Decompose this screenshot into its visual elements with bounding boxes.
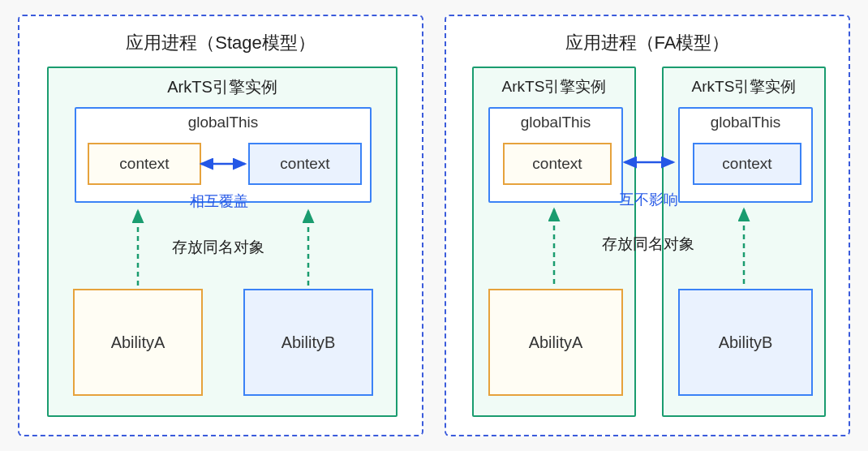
stage-globalthis: globalThis context context — [75, 107, 372, 203]
stage-context-b: context — [248, 143, 362, 185]
fa-engine-a-title: ArkTS引擎实例 — [474, 76, 634, 97]
stage-model-panel: 应用进程（Stage模型） ArkTS引擎实例 globalThis conte… — [18, 15, 423, 436]
fa-note: 存放同名对象 — [602, 234, 694, 255]
stage-engine-title: ArkTS引擎实例 — [49, 76, 396, 98]
fa-ability-b: AbilityB — [678, 289, 813, 396]
stage-ability-b: AbilityB — [243, 289, 373, 396]
fa-context-a: context — [503, 143, 612, 185]
fa-engine-b-title: ArkTS引擎实例 — [664, 76, 824, 97]
stage-engine: ArkTS引擎实例 globalThis context context 相互覆… — [47, 67, 397, 417]
fa-arrow-label: 互不影响 — [620, 190, 678, 209]
fa-globalthis-a: globalThis context — [488, 107, 623, 203]
stage-global-title: globalThis — [76, 114, 370, 131]
stage-title: 应用进程（Stage模型） — [19, 31, 422, 55]
stage-ability-a: AbilityA — [73, 289, 203, 396]
stage-arrow-label: 相互覆盖 — [190, 191, 248, 211]
fa-global-a-title: globalThis — [490, 114, 621, 131]
fa-ability-a: AbilityA — [488, 289, 623, 396]
stage-note: 存放同名对象 — [172, 237, 264, 258]
stage-context-a: context — [88, 143, 201, 185]
fa-globalthis-b: globalThis context — [678, 107, 813, 203]
fa-title: 应用进程（FA模型） — [446, 31, 849, 55]
fa-global-b-title: globalThis — [680, 114, 811, 131]
fa-model-panel: 应用进程（FA模型） ArkTS引擎实例 globalThis context … — [445, 15, 850, 436]
fa-context-b: context — [693, 143, 801, 185]
